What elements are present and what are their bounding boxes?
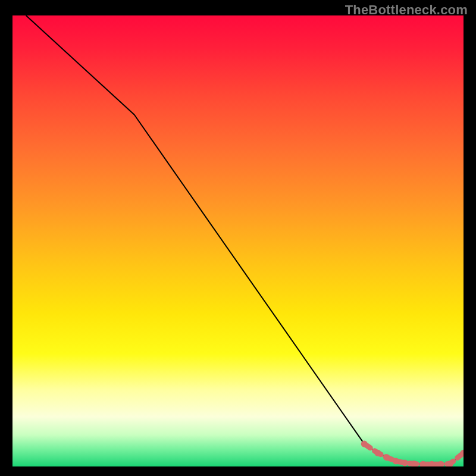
data-point bbox=[384, 454, 390, 461]
data-point bbox=[375, 450, 381, 456]
watermark-text: TheBottleneck.com bbox=[345, 2, 468, 18]
data-point bbox=[393, 458, 399, 464]
data-point bbox=[361, 441, 368, 447]
plot-svg bbox=[12, 15, 464, 466]
chart-frame: TheBottleneck.com bbox=[0, 0, 476, 476]
gradient-background bbox=[12, 15, 464, 466]
plot-area bbox=[12, 15, 464, 466]
data-point bbox=[402, 459, 408, 466]
